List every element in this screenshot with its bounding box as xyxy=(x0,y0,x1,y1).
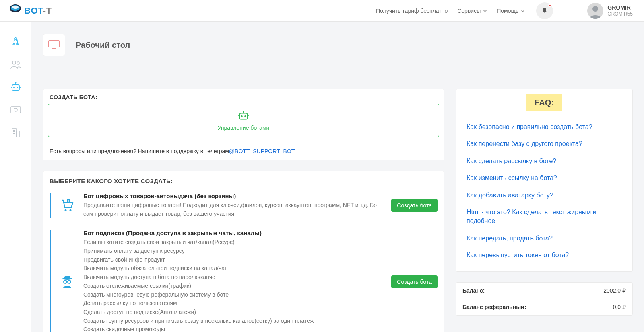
bot-type-title: Бот цифровых товаров-автовыдача (без кор… xyxy=(83,193,384,199)
faq-badge: FAQ: xyxy=(526,94,562,111)
bot-type-feature-line: Включить модуль доступа в бота по паролю… xyxy=(83,273,384,282)
bot-type-feature-line: Продвигать свой инфо-продукт xyxy=(83,256,384,264)
faq-link[interactable]: Как перевыпустить токен от бота? xyxy=(462,247,626,264)
sidebar xyxy=(0,22,31,332)
sidebar-item-users[interactable] xyxy=(10,59,22,71)
choose-bot-card: ВЫБЕРИТЕ КАКОГО ХОТИТЕ СОЗДАТЬ: Бот цифр… xyxy=(43,171,444,332)
notification-dot xyxy=(548,4,551,7)
accent-bar xyxy=(50,230,51,332)
bot-type-digital-goods: Бот цифровых товаров-автовыдача (без кор… xyxy=(43,189,444,225)
svg-rect-24 xyxy=(49,41,59,47)
svg-point-31 xyxy=(244,115,246,117)
support-link[interactable]: @BOTT_SUPPORT_BOT xyxy=(229,148,295,154)
robot-icon xyxy=(237,116,250,122)
faq-link[interactable]: Как безопасно и правильно создать бота? xyxy=(462,119,626,135)
svg-rect-22 xyxy=(13,133,14,134)
svg-rect-27 xyxy=(239,113,247,119)
bot-type-feature-line: Создать многоуровневую реферальную систе… xyxy=(83,291,384,299)
manage-bots-label: Управление ботами xyxy=(48,125,439,131)
svg-point-3 xyxy=(592,6,598,12)
balance-label: Баланс реферальный: xyxy=(462,304,526,310)
bot-type-feature-line: Включить модуль обязательной подписки на… xyxy=(83,264,384,273)
avatar xyxy=(587,3,603,19)
balance-value: 2002,0 ₽ xyxy=(603,287,626,294)
bot-type-feature-line: Создать скидочные промокоды xyxy=(83,325,384,332)
svg-point-29 xyxy=(243,111,244,112)
page-title: Рабочий стол xyxy=(76,41,130,50)
balance-value: 0,0 ₽ xyxy=(613,304,626,310)
user-name: GROMIR xyxy=(607,4,633,11)
bot-type-subscriptions: Бот подписок (Продажа доступа в закрытые… xyxy=(43,225,444,332)
logo-text: BOT-T xyxy=(24,6,52,16)
svg-rect-19 xyxy=(14,130,15,131)
user-handle: GROMIR55 xyxy=(607,11,633,17)
bot-type-feature-line: Создать группу ресурсов и принимать сраз… xyxy=(83,317,384,326)
bot-type-desc: Если вы хотите создать свой закрытый чат… xyxy=(83,238,384,332)
bot-type-feature-line: Делать рассылку по пользователям xyxy=(83,299,384,308)
user-menu[interactable]: GROMIR GROMIR55 xyxy=(587,3,633,19)
top-bar: BOT-T Получить тариф бесплатно Сервисы П… xyxy=(0,0,644,22)
svg-rect-7 xyxy=(12,85,19,90)
faq-link[interactable]: Как добавить аватарку боту? xyxy=(462,187,626,204)
balance-card: Баланс:2002,0 ₽Баланс реферальный:0,0 ₽ xyxy=(456,282,633,316)
chevron-down-icon xyxy=(483,10,487,12)
svg-point-2 xyxy=(12,6,19,9)
logo-icon xyxy=(8,4,23,18)
svg-point-6 xyxy=(17,62,19,64)
svg-point-11 xyxy=(17,87,18,88)
faq-link[interactable]: Как перенести базу с другого проекта? xyxy=(462,135,626,152)
create-bot-button[interactable]: Создать бота xyxy=(391,199,438,212)
link-help-label: Помощь xyxy=(497,8,518,14)
sidebar-item-robot[interactable] xyxy=(10,81,22,93)
svg-point-10 xyxy=(13,87,15,88)
link-services[interactable]: Сервисы xyxy=(457,8,487,14)
main: Рабочий стол СОЗДАТЬ БОТА: Управление бо… xyxy=(31,22,644,332)
faq-link[interactable]: Как передать, продать бота? xyxy=(462,230,626,247)
link-services-label: Сервисы xyxy=(457,8,481,14)
choose-title: ВЫБЕРИТЕ КАКОГО ХОТИТЕ СОЗДАТЬ: xyxy=(43,171,444,189)
accent-bar xyxy=(50,193,51,218)
balance-row: Баланс:2002,0 ₽ xyxy=(456,283,632,299)
sidebar-item-building[interactable] xyxy=(10,126,22,138)
svg-point-4 xyxy=(15,39,17,41)
bot-type-feature-line: Сделать доступ по подписке(Автоплатежи) xyxy=(83,308,384,317)
svg-point-9 xyxy=(15,82,16,84)
sidebar-item-rocket[interactable] xyxy=(10,36,22,48)
svg-point-5 xyxy=(12,61,16,64)
faq-card: FAQ: Как безопасно и правильно создать б… xyxy=(456,89,633,272)
bot-type-feature-line: Принимать оплату за доступ к ресурсу xyxy=(83,247,384,256)
faq-link[interactable]: Html - что это? Как сделать текст жирным… xyxy=(462,204,626,230)
divider xyxy=(570,5,570,17)
svg-rect-20 xyxy=(13,131,14,132)
bell-icon xyxy=(541,7,548,14)
logo[interactable]: BOT-T xyxy=(3,4,52,18)
chevron-down-icon xyxy=(521,10,525,12)
sidebar-item-money[interactable] xyxy=(10,104,22,116)
svg-point-30 xyxy=(241,115,243,117)
svg-rect-18 xyxy=(13,130,14,131)
cart-icon xyxy=(58,193,76,218)
svg-point-15 xyxy=(14,108,17,111)
top-links: Получить тариф бесплатно Сервисы Помощь … xyxy=(376,2,633,19)
svg-rect-14 xyxy=(11,107,21,113)
page-header: Рабочий стол xyxy=(43,22,633,74)
support-line: Есть вопросы или предложения? Напишите в… xyxy=(43,142,444,160)
faq-link[interactable]: Как сделать рассылку в боте? xyxy=(462,153,626,170)
notifications-button[interactable] xyxy=(536,2,553,19)
page-icon xyxy=(43,34,65,56)
create-bot-title: СОЗДАТЬ БОТА: xyxy=(43,89,444,104)
create-bot-button[interactable]: Создать бота xyxy=(391,275,438,288)
spy-icon xyxy=(58,230,76,332)
bot-type-feature-line: Если вы хотите создать свой закрытый чат… xyxy=(83,238,384,247)
link-free-plan[interactable]: Получить тариф бесплатно xyxy=(376,8,448,14)
svg-rect-16 xyxy=(12,129,16,137)
svg-point-38 xyxy=(70,209,72,211)
create-bot-card: СОЗДАТЬ БОТА: Управление ботами Есть воп… xyxy=(43,89,444,160)
bot-type-title: Бот подписок (Продажа доступа в закрытые… xyxy=(83,230,384,236)
svg-rect-23 xyxy=(14,133,15,134)
link-help[interactable]: Помощь xyxy=(497,8,525,14)
faq-link[interactable]: Как изменить ссылку на бота? xyxy=(462,170,626,186)
bot-type-feature-line: Создать отслеживаемые ссылки(трафик) xyxy=(83,282,384,291)
manage-bots-button[interactable]: Управление ботами xyxy=(48,104,439,137)
balance-label: Баланс: xyxy=(462,287,485,294)
